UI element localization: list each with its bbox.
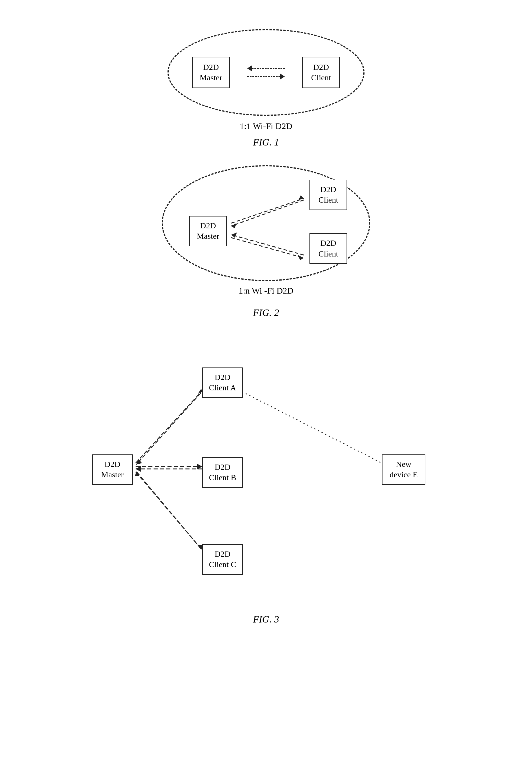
fig3-label: FIG. 3 [253,614,279,625]
svg-marker-13 [197,464,202,470]
svg-line-10 [136,393,201,465]
svg-line-0 [231,200,304,226]
svg-line-2 [231,198,304,223]
svg-marker-9 [198,389,202,394]
fig1-label: FIG. 1 [253,137,279,148]
svg-marker-3 [298,195,304,200]
svg-line-4 [231,235,304,255]
fig1-caption: 1:1 Wi-Fi D2D [240,121,292,131]
svg-line-6 [231,238,304,258]
fig2-caption: 1:n Wi -Fi D2D [238,286,293,296]
svg-marker-1 [231,223,236,228]
fig3-clientA: D2DClient A [202,367,243,398]
svg-line-18 [136,471,201,549]
fig1-d2d-client: D2DClient [302,57,340,88]
svg-marker-5 [231,232,237,238]
fig1-inner: D2DMaster D2DClient [192,57,340,88]
fig3-newE: Newdevice E [382,455,425,485]
fig3-clientB: D2DClient B [202,457,243,488]
svg-marker-11 [136,459,142,465]
arrow-left-icon [247,65,252,71]
fig1-container: D2DMaster D2DClient 1:1 Wi-Fi D [12,29,520,148]
svg-line-8 [136,391,202,463]
fig3-container: D2DMaster D2DClient A D2DClient B D2DCli… [12,347,520,625]
svg-marker-19 [135,471,140,476]
svg-line-20 [246,394,382,463]
fig2-diagram: D2DMaster D2DClient D2DClient [162,165,370,293]
fig3-diagram: D2DMaster D2DClient A D2DClient B D2DCli… [78,347,454,608]
fig1-d2d-master: D2DMaster [192,57,230,88]
fig2-label: FIG. 2 [253,307,279,318]
fig1-ellipse: D2DMaster D2DClient [168,29,364,116]
fig2-arrows [162,165,370,293]
fig3-clientC: D2DClient C [202,544,243,575]
fig2-container: D2DMaster D2DClient D2DClient [12,165,520,318]
svg-line-16 [136,472,202,550]
page: D2DMaster D2DClient 1:1 Wi-Fi D [0,0,532,779]
svg-marker-7 [298,255,304,260]
svg-marker-15 [136,466,141,472]
arrow-right-icon [280,74,285,79]
fig3-master: D2DMaster [92,455,133,485]
